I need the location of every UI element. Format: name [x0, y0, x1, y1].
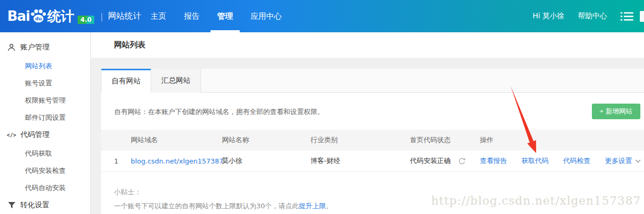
- col-actions: 操作: [480, 135, 644, 145]
- sidebar-header-label: 账户管理: [20, 43, 49, 52]
- top-nav: 主页 报告 管理 应用中心: [142, 0, 291, 32]
- sidebar-section-account: 账户管理 网站列表 账号设置 权限账号管理 邮件订阅设置: [0, 42, 90, 126]
- view-report-link[interactable]: 查看报告: [480, 156, 507, 166]
- logo-text-bai: Bai: [7, 8, 30, 24]
- col-domain: 网站域名: [131, 135, 222, 145]
- edge-partial-icon[interactable]: [640, 11, 644, 22]
- user-icon: [6, 43, 17, 52]
- topbar: Bai du 统计 4.0 | 网站统计 主页 报告 管理 应用中心 Hi 莫小…: [0, 0, 644, 32]
- sidebar-header-conversion[interactable]: 转化设置: [0, 199, 90, 211]
- baidu-tongji-page: Bai du 统计 4.0 | 网站统计 主页 报告 管理 应用中心 Hi 莫小…: [0, 0, 644, 214]
- sidebar-header-account[interactable]: 账户管理: [0, 42, 90, 53]
- tab-aggregated-sites[interactable]: 汇总网站: [151, 69, 201, 93]
- site-industry: 博客-财经: [311, 156, 410, 166]
- code-check-link[interactable]: 代码检查: [563, 156, 590, 166]
- help-center-link[interactable]: 帮助中心: [578, 11, 607, 21]
- logo-text-tongji: 统计: [47, 7, 73, 26]
- site-name: 莫小徐: [222, 156, 311, 166]
- product-name: 网站统计: [108, 11, 141, 22]
- page-title: 网站列表: [114, 40, 145, 50]
- code-status-text: 代码安装正确: [410, 156, 451, 166]
- refresh-icon[interactable]: [458, 157, 466, 165]
- row-index: 1: [101, 157, 131, 165]
- title-band: 网站列表: [91, 32, 644, 58]
- main-content: 网站列表 自有网站 汇总网站 自有网站：在本账户下创建的网站域名，拥有全部的查看…: [91, 32, 644, 214]
- site-domain-link[interactable]: blog.csdn.net/xlgen157387: [131, 157, 224, 165]
- nav-manage[interactable]: 管理: [208, 0, 242, 32]
- menu-list-icon[interactable]: [621, 11, 634, 21]
- sidebar-header-label: 代码管理: [20, 130, 49, 140]
- chevron-down-icon: [635, 159, 641, 163]
- site-list-card: 自有网站 汇总网站 自有网站：在本账户下创建的网站域名，拥有全部的查看和设置权限…: [101, 69, 644, 214]
- sidebar-item-code-install-check[interactable]: 代码安装检查: [0, 162, 90, 179]
- col-site-name: 网站名称: [222, 135, 311, 145]
- sidebar-header-label: 转化设置: [20, 200, 49, 210]
- sidebar-item-site-list[interactable]: 网站列表: [0, 57, 90, 74]
- watermark-text: http://blog.csdn.net/xlgen157387: [431, 194, 641, 207]
- sidebar-item-email-subscription[interactable]: 邮件订阅设置: [0, 109, 90, 126]
- table-row: 1 blog.csdn.net/xlgen157387 莫小徐 博客-财经 代码…: [101, 150, 644, 172]
- sidebar-item-code-auto-install[interactable]: 代码自动安装: [0, 179, 90, 196]
- tab-bar: 自有网站 汇总网站: [101, 69, 644, 93]
- sidebar: 账户管理 网站列表 账号设置 权限账号管理 邮件订阅设置 </> 代码管理 代码…: [0, 32, 91, 214]
- paw-icon: du: [30, 8, 47, 24]
- tab-own-sites[interactable]: 自有网站: [101, 69, 151, 93]
- sidebar-section-conversion: 转化设置: [0, 199, 90, 211]
- sidebar-header-code[interactable]: </> 代码管理: [0, 129, 90, 141]
- sidebar-section-code: </> 代码管理 代码获取 代码安装检查 代码自动安装: [0, 129, 90, 196]
- sidebar-item-account-settings[interactable]: 账号设置: [0, 74, 90, 92]
- sidebar-item-get-code[interactable]: 代码获取: [0, 145, 90, 162]
- add-site-button[interactable]: + 新增网站: [592, 104, 640, 119]
- user-greeting[interactable]: Hi 莫小徐: [532, 11, 564, 21]
- table-header: 网站域名 网站名称 行业类别 首页代码状态 操作: [101, 130, 644, 150]
- funnel-icon: [6, 202, 17, 209]
- logo-text-du: du: [35, 16, 42, 21]
- baidu-tongji-logo[interactable]: Bai du 统计 4.0 | 网站统计: [7, 0, 141, 32]
- nav-report[interactable]: 报告: [175, 0, 208, 32]
- get-code-link[interactable]: 获取代码: [522, 156, 549, 166]
- version-badge: 4.0: [78, 16, 94, 24]
- topbar-right: Hi 莫小徐 帮助中心: [532, 0, 644, 32]
- raise-limit-link[interactable]: 提升上限: [299, 202, 326, 210]
- col-code-status: 首页代码状态: [410, 135, 480, 145]
- more-settings-link[interactable]: 更多设置: [605, 156, 641, 166]
- nav-home[interactable]: 主页: [142, 0, 175, 32]
- code-icon: </>: [6, 132, 17, 138]
- nav-app-center[interactable]: 应用中心: [242, 0, 291, 32]
- col-industry: 行业类别: [311, 135, 410, 145]
- logo-divider: |: [101, 11, 103, 21]
- sidebar-item-permission-accounts[interactable]: 权限账号管理: [0, 92, 90, 109]
- own-sites-description: 自有网站：在本账户下创建的网站域名，拥有全部的查看和设置权限。: [101, 93, 644, 130]
